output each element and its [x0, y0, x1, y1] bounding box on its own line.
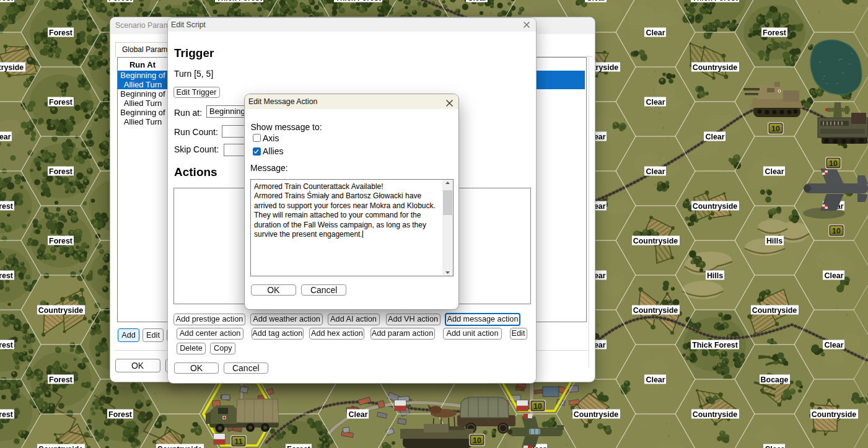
svg-text:Countryside: Countryside	[633, 306, 678, 315]
svg-text:Countryside: Countryside	[157, 445, 202, 448]
svg-text:Clear: Clear	[825, 271, 844, 280]
svg-text:Clear: Clear	[765, 167, 784, 176]
svg-text:Forest: Forest	[49, 376, 72, 384]
svg-text:10: 10	[533, 402, 542, 411]
svg-text:Forest: Forest	[763, 29, 786, 37]
svg-text:Clear: Clear	[468, 0, 487, 2]
svg-text:Countryside: Countryside	[693, 202, 737, 211]
svg-text:Clear: Clear	[349, 410, 368, 419]
svg-text:Clear: Clear	[646, 98, 665, 107]
svg-text:10: 10	[473, 436, 481, 445]
svg-text:Clear: Clear	[706, 133, 725, 141]
svg-text:Clear: Clear	[646, 29, 665, 37]
svg-text:Clear: Clear	[587, 0, 606, 2]
svg-text:Countryside: Countryside	[693, 63, 737, 72]
svg-text:Forest: Forest	[0, 202, 13, 211]
svg-text:Countryside: Countryside	[0, 63, 24, 72]
svg-text:Forest: Forest	[0, 271, 13, 280]
svg-text:Clear: Clear	[0, 133, 11, 141]
svg-text:Clear: Clear	[646, 167, 665, 176]
svg-text:Thick Forest: Thick Forest	[335, 0, 381, 2]
svg-text:Countryside: Countryside	[38, 445, 83, 448]
svg-text:Clear: Clear	[765, 445, 784, 448]
svg-text:Countryside: Countryside	[574, 410, 618, 419]
svg-text:Forest: Forest	[0, 341, 13, 349]
svg-text:Forest: Forest	[49, 98, 72, 107]
svg-text:11: 11	[234, 437, 242, 446]
svg-text:Countryside: Countryside	[693, 410, 737, 419]
svg-text:Forest: Forest	[49, 29, 72, 37]
svg-text:Bocage: Bocage	[761, 376, 789, 384]
svg-text:10: 10	[832, 227, 841, 235]
svg-text:Forest: Forest	[0, 0, 13, 2]
svg-text:Countryside: Countryside	[812, 410, 856, 419]
svg-text:Hills: Hills	[766, 237, 783, 245]
svg-text:Countryside: Countryside	[752, 306, 797, 315]
svg-text:10: 10	[771, 125, 780, 133]
svg-text:Forest: Forest	[0, 410, 13, 419]
svg-text:10: 10	[829, 159, 838, 168]
svg-text:Thick Forest: Thick Forest	[692, 0, 738, 2]
svg-text:Hills: Hills	[707, 271, 723, 280]
svg-text:Clear: Clear	[646, 376, 665, 384]
svg-text:Forest: Forest	[287, 445, 310, 448]
svg-text:Forest: Forest	[108, 410, 132, 419]
svg-text:Thick Forest: Thick Forest	[216, 0, 262, 2]
svg-text:Clear: Clear	[825, 341, 844, 349]
svg-text:Countryside: Countryside	[633, 237, 678, 245]
svg-text:Forest: Forest	[108, 0, 132, 2]
svg-text:Thick Forest: Thick Forest	[692, 341, 738, 349]
svg-text:Forest: Forest	[49, 237, 72, 245]
svg-text:Countryside: Countryside	[38, 306, 83, 315]
svg-text:Forest: Forest	[49, 167, 72, 176]
